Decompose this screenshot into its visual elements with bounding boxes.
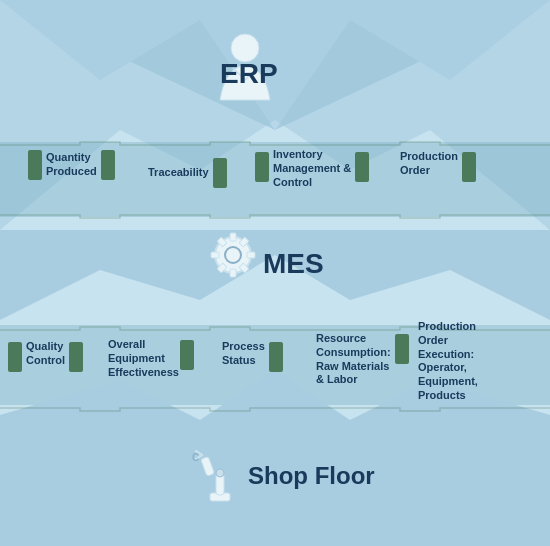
mes-marker-qc-r — [69, 342, 83, 372]
oee-text: OverallEquipmentEffectiveness — [108, 338, 176, 379]
poe-text: ProductionOrder Execution:Operator,Equip… — [418, 320, 506, 403]
shop-floor-label: Shop Floor — [248, 462, 375, 490]
erp-marker-inv-r — [355, 152, 369, 182]
traceability-text: Traceability — [148, 166, 209, 180]
quality-control-text: QualityControl — [26, 340, 65, 368]
shop-floor-section-header: Shop Floor — [248, 462, 375, 490]
erp-marker-prod-r — [462, 152, 476, 182]
mes-marker-oee-r — [180, 340, 194, 370]
erp-label: ERP — [220, 58, 278, 90]
erp-production-order: ProductionOrder — [400, 150, 476, 182]
resource-consumption-text: ResourceConsumption:Raw Materials& Labor — [316, 332, 391, 387]
erp-traceability: Traceability — [148, 158, 227, 188]
inventory-text: InventoryManagement &Control — [273, 148, 351, 189]
mes-marker-rc-r — [395, 334, 409, 364]
production-order-text: ProductionOrder — [400, 150, 458, 178]
svg-point-22 — [216, 469, 224, 477]
erp-marker-inv — [255, 152, 269, 182]
svg-rect-14 — [211, 252, 219, 258]
erp-marker-left — [28, 150, 42, 180]
diagram-container: C ERP MES Shop Floor QuantityProduced Tr… — [0, 0, 550, 546]
erp-section-header: ERP — [220, 58, 278, 90]
mes-resource-consumption: ResourceConsumption:Raw Materials& Labor — [316, 332, 409, 387]
mes-section-header: MES — [263, 248, 324, 280]
mes-oee: OverallEquipmentEffectiveness — [108, 338, 194, 379]
erp-marker-right — [101, 150, 115, 180]
svg-rect-11 — [230, 233, 236, 241]
quantity-produced-text: QuantityProduced — [46, 151, 97, 179]
erp-inventory: InventoryManagement &Control — [255, 148, 369, 189]
mes-process-status: ProcessStatus — [222, 340, 283, 372]
svg-text:C: C — [192, 452, 199, 463]
svg-rect-13 — [247, 252, 255, 258]
erp-quantity-produced: QuantityProduced — [28, 150, 115, 180]
mes-label: MES — [263, 248, 324, 280]
mes-marker-qc — [8, 342, 22, 372]
erp-marker-trace — [213, 158, 227, 188]
svg-rect-12 — [230, 269, 236, 277]
mes-quality-control: QualityControl — [8, 340, 83, 372]
mes-production-order-execution: ProductionOrder Execution:Operator,Equip… — [418, 320, 506, 403]
mes-marker-ps-r — [269, 342, 283, 372]
process-status-text: ProcessStatus — [222, 340, 265, 368]
